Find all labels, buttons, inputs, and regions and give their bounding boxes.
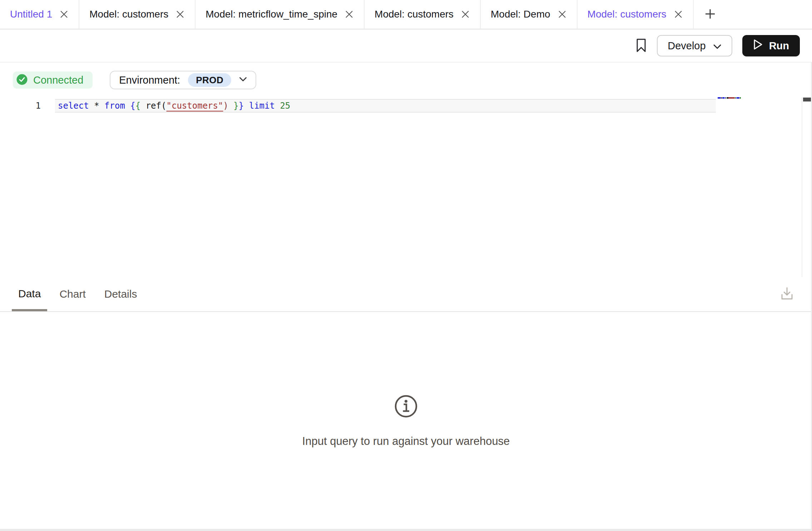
tab-label: Model: customers xyxy=(375,9,454,20)
code-token: ) xyxy=(223,101,228,111)
download-results-button[interactable] xyxy=(781,287,793,302)
code-token: 25 xyxy=(280,101,290,111)
toolbar: Develop Run xyxy=(0,30,812,63)
code-token: { xyxy=(135,101,140,111)
tab-label: Untitled 1 xyxy=(10,9,52,20)
tab-model-customers[interactable]: Model: customers xyxy=(365,0,481,29)
editor-minimap xyxy=(718,97,741,99)
develop-label: Develop xyxy=(668,40,705,52)
code-token xyxy=(89,101,94,111)
editor-scrollbar[interactable] xyxy=(802,98,812,277)
code-token: { xyxy=(130,101,135,111)
environment-selector[interactable]: Environment: PROD xyxy=(110,71,256,89)
code-line-1[interactable]: 1 select * from {{ ref("customers") }} l… xyxy=(0,99,812,113)
line-number-gutter: 1 xyxy=(0,99,41,113)
code-token: ( xyxy=(161,101,166,111)
code-token xyxy=(140,101,145,111)
download-icon xyxy=(781,287,793,302)
close-icon[interactable] xyxy=(345,10,354,19)
tab-model-demo[interactable]: Model: Demo xyxy=(481,0,578,29)
connection-status-row: Connected Environment: PROD xyxy=(0,63,812,89)
code-token: } xyxy=(239,101,244,111)
bookmark-icon xyxy=(635,38,647,54)
editor-tab-bar: Untitled 1Model: customersModel: metricf… xyxy=(0,0,812,30)
tab-model-customers[interactable]: Model: customers xyxy=(578,0,694,29)
results-panel: DataChartDetails Input query to run agai… xyxy=(0,277,812,448)
code-token: from xyxy=(104,101,125,111)
chevron-down-icon xyxy=(713,40,722,52)
minimap-segment xyxy=(728,97,734,99)
code-token: "customers" xyxy=(166,101,223,111)
results-tab-details[interactable]: Details xyxy=(98,277,144,311)
code-token xyxy=(275,101,280,111)
code-token xyxy=(244,101,249,111)
code-text[interactable]: select * from {{ ref("customers") }} lim… xyxy=(58,99,290,113)
minimap-segment xyxy=(737,97,739,99)
minimap-segment xyxy=(740,97,741,99)
tab-untitled-1[interactable]: Untitled 1 xyxy=(0,0,79,29)
tab-model-customers[interactable]: Model: customers xyxy=(79,0,195,29)
run-label: Run xyxy=(769,40,789,52)
code-token: } xyxy=(233,101,238,111)
play-icon xyxy=(753,39,763,53)
develop-menu-button[interactable]: Develop xyxy=(657,35,732,56)
dbt-ide-app: Untitled 1Model: customersModel: metricf… xyxy=(0,0,812,531)
tab-label: Model: customers xyxy=(588,9,667,20)
connection-status-badge: Connected xyxy=(13,71,93,89)
tab-label: Model: Demo xyxy=(491,9,550,20)
code-token xyxy=(99,101,104,111)
close-icon[interactable] xyxy=(59,10,69,19)
plus-icon xyxy=(704,8,716,21)
results-tab-data[interactable]: Data xyxy=(12,277,47,311)
check-circle-icon xyxy=(16,74,28,86)
results-empty-state: Input query to run against your warehous… xyxy=(0,394,812,448)
code-token: ref xyxy=(146,101,161,111)
connected-label: Connected xyxy=(33,74,83,86)
new-tab-button[interactable] xyxy=(694,0,727,29)
bottom-divider xyxy=(0,529,812,531)
info-icon xyxy=(394,394,418,420)
environment-value-badge: PROD xyxy=(188,73,231,87)
code-token: limit xyxy=(249,101,275,111)
environment-label: Environment: xyxy=(119,74,180,86)
code-token xyxy=(125,101,130,111)
tab-label: Model: metricflow_time_spine xyxy=(206,9,337,20)
tab-model-metricflow-time-spine[interactable]: Model: metricflow_time_spine xyxy=(195,0,365,29)
sql-editor-pane[interactable]: Connected Environment: PROD 1 select * f… xyxy=(0,63,812,277)
minimap-segment xyxy=(718,97,721,99)
results-tab-chart[interactable]: Chart xyxy=(53,277,92,311)
close-icon[interactable] xyxy=(175,10,185,19)
empty-state-message: Input query to run against your warehous… xyxy=(302,435,510,448)
close-icon[interactable] xyxy=(461,10,470,19)
bookmark-button[interactable] xyxy=(635,38,647,54)
close-icon[interactable] xyxy=(558,10,567,19)
code-token xyxy=(228,101,233,111)
chevron-down-icon xyxy=(239,77,247,83)
code-token: * xyxy=(94,101,99,111)
run-button[interactable]: Run xyxy=(742,35,800,56)
close-icon[interactable] xyxy=(674,10,683,19)
tab-label: Model: customers xyxy=(89,9,168,20)
code-token: select xyxy=(58,101,89,111)
results-tab-bar: DataChartDetails xyxy=(0,277,812,312)
